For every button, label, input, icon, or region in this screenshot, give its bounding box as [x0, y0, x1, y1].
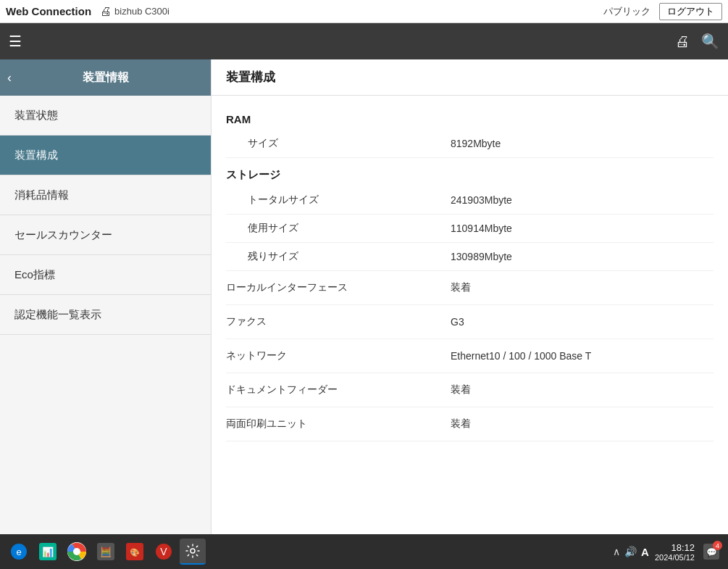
svg-text:e: e: [16, 547, 21, 557]
sidebar-header: ‹ 装置情報: [0, 59, 211, 96]
sidebar-item-eco[interactable]: Eco指標: [0, 255, 211, 295]
printer-icon: 🖨: [100, 5, 112, 18]
tray-font-icon[interactable]: A: [641, 546, 649, 558]
files-taskbar-icon[interactable]: 📊: [35, 539, 61, 565]
storage-used-label: 使用サイズ: [248, 222, 451, 235]
svg-text:V: V: [160, 546, 167, 557]
svg-text:📊: 📊: [42, 546, 54, 558]
document-feeder-value: 装着: [451, 383, 471, 396]
network-row: ネットワーク Ethernet10 / 100 / 1000 Base T: [226, 339, 714, 373]
sidebar-item-consumables[interactable]: 消耗品情報: [0, 175, 211, 215]
device-name-label: bizhub C300i: [114, 6, 170, 17]
fax-value: G3: [451, 316, 464, 328]
top-bar: Web Connection 🖨 bizhub C300i パブリック ログアウ…: [0, 0, 728, 23]
content-area: 装置構成 RAM サイズ 8192Mbyte ストレージ トータルサイズ 241…: [212, 59, 728, 534]
search-nav-icon[interactable]: 🔍: [701, 33, 719, 50]
public-label: パブリック: [603, 5, 650, 18]
top-bar-left: Web Connection 🖨 bizhub C300i: [6, 5, 170, 18]
ram-size-row: サイズ 8192Mbyte: [226, 130, 714, 158]
sidebar-title: 装置情報: [83, 70, 129, 86]
logout-button[interactable]: ログアウト: [659, 3, 722, 20]
notification-badge: 4: [713, 541, 722, 550]
sidebar-back-button[interactable]: ‹: [7, 70, 12, 86]
ram-size-label: サイズ: [248, 137, 451, 150]
storage-total-row: トータルサイズ 241903Mbyte: [226, 186, 714, 215]
svg-text:🎨: 🎨: [130, 547, 140, 557]
sidebar: ‹ 装置情報 装置状態 装置構成 消耗品情報 セールスカウンター Eco指標 認…: [0, 59, 212, 534]
top-bar-right: パブリック ログアウト: [603, 3, 722, 20]
settings-taskbar-icon[interactable]: [180, 539, 206, 565]
device-info: 🖨 bizhub C300i: [100, 5, 170, 18]
document-feeder-row: ドキュメントフィーダー 装着: [226, 373, 714, 407]
local-interface-row: ローカルインターフェース 装着: [226, 271, 714, 305]
content-body: RAM サイズ 8192Mbyte ストレージ トータルサイズ 241903Mb…: [212, 96, 728, 449]
local-interface-label: ローカルインターフェース: [226, 281, 451, 294]
app-title: Web Connection: [6, 5, 91, 17]
vivaldi-taskbar-icon[interactable]: V: [151, 539, 177, 565]
sidebar-item-device-status[interactable]: 装置状態: [0, 96, 211, 136]
storage-remaining-row: 残りサイズ 130989Mbyte: [226, 243, 714, 271]
notification-icon[interactable]: 💬 4: [700, 541, 722, 562]
ram-size-value: 8192Mbyte: [451, 138, 501, 149]
print-nav-icon[interactable]: 🖨: [675, 33, 690, 50]
storage-remaining-label: 残りサイズ: [248, 250, 451, 263]
storage-used-value: 110914Mbyte: [451, 223, 512, 234]
system-tray: ∧ 🔊 A: [613, 546, 649, 558]
date-display: 2024/05/12: [655, 553, 695, 562]
svg-text:🧮: 🧮: [100, 546, 112, 558]
tray-volume-icon[interactable]: 🔊: [624, 546, 637, 557]
sidebar-item-device-config[interactable]: 装置構成: [0, 136, 211, 175]
paint-taskbar-icon[interactable]: 🎨: [122, 539, 148, 565]
local-interface-value: 装着: [451, 281, 471, 294]
content-title: 装置構成: [226, 69, 275, 86]
storage-total-label: トータルサイズ: [248, 194, 451, 207]
storage-used-row: 使用サイズ 110914Mbyte: [226, 215, 714, 243]
nav-bar: ☰ 🖨 🔍: [0, 23, 728, 59]
svg-point-5: [73, 548, 80, 555]
chrome-taskbar-icon[interactable]: [64, 539, 90, 565]
clock: 18:12 2024/05/12: [655, 542, 695, 562]
fax-label: ファクス: [226, 315, 451, 328]
nav-bar-right: 🖨 🔍: [675, 33, 719, 50]
hamburger-button[interactable]: ☰: [9, 34, 22, 49]
storage-remaining-value: 130989Mbyte: [451, 251, 512, 262]
storage-section-header: ストレージ: [226, 158, 714, 186]
document-feeder-label: ドキュメントフィーダー: [226, 383, 451, 396]
taskbar: e 📊 🧮 🎨 V: [0, 534, 728, 569]
network-label: ネットワーク: [226, 349, 451, 362]
edge-taskbar-icon[interactable]: e: [6, 539, 32, 565]
duplex-unit-row: 両面印刷ユニット 装着: [226, 407, 714, 441]
content-header: 装置構成: [212, 59, 728, 96]
taskbar-left: e 📊 🧮 🎨 V: [6, 539, 206, 565]
taskbar-right: ∧ 🔊 A 18:12 2024/05/12 💬 4: [613, 541, 722, 562]
duplex-unit-value: 装着: [451, 418, 471, 431]
sidebar-item-certified-functions[interactable]: 認定機能一覧表示: [0, 295, 211, 335]
ram-section-header: RAM: [226, 103, 714, 130]
main-layout: ‹ 装置情報 装置状態 装置構成 消耗品情報 セールスカウンター Eco指標 認…: [0, 59, 728, 534]
time-display: 18:12: [655, 542, 695, 553]
sidebar-item-sales-counter[interactable]: セールスカウンター: [0, 215, 211, 255]
tray-chevron-icon[interactable]: ∧: [613, 546, 620, 557]
fax-row: ファクス G3: [226, 305, 714, 339]
duplex-unit-label: 両面印刷ユニット: [226, 418, 451, 431]
svg-point-12: [191, 549, 195, 553]
network-value: Ethernet10 / 100 / 1000 Base T: [451, 350, 591, 362]
sidebar-items: 装置状態 装置構成 消耗品情報 セールスカウンター Eco指標 認定機能一覧表示: [0, 96, 211, 335]
calculator-taskbar-icon[interactable]: 🧮: [93, 539, 119, 565]
storage-total-value: 241903Mbyte: [451, 194, 512, 206]
